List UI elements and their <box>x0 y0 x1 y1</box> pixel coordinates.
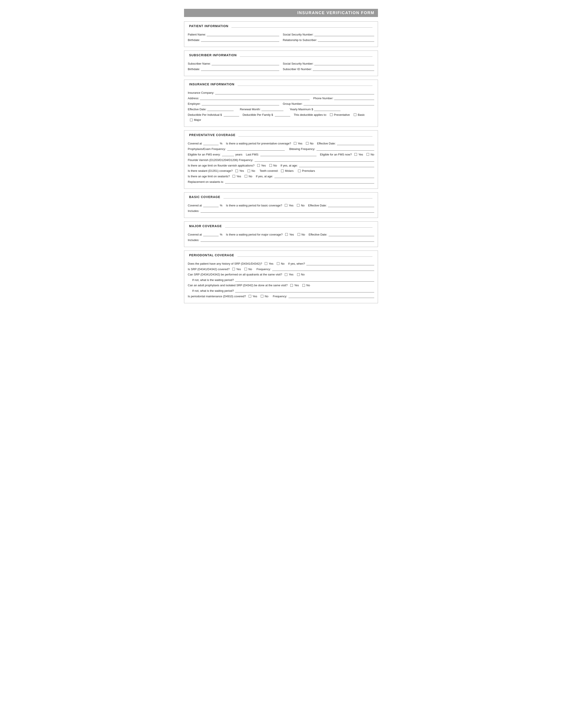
prev-covered-row: Covered at % Is there a waiting period f… <box>188 142 374 145</box>
perio-quad-waiting-input[interactable] <box>235 278 374 282</box>
prev-pct: % <box>220 142 223 145</box>
subscriber-id-input[interactable] <box>313 67 374 71</box>
perio-maintenance-no-checkbox[interactable] <box>261 295 264 298</box>
patient-name-label: Patient Name: <box>188 33 206 36</box>
perio-srp-covered-yes-checkbox[interactable] <box>232 268 235 270</box>
patient-ssn-label: Social Security Number: <box>283 33 313 36</box>
major-waiting-no-checkbox[interactable] <box>297 233 300 236</box>
prev-covered-input[interactable] <box>203 142 219 145</box>
perio-srp-freq-label: Frequency: <box>257 268 271 271</box>
major-waiting-yes-label: Yes <box>289 233 294 236</box>
perio-maintenance-freq-label: Frequency: <box>273 295 287 298</box>
deductible-family-input[interactable] <box>275 113 290 116</box>
prev-fms-now-no-checkbox[interactable] <box>366 153 369 156</box>
prev-replacement-input[interactable] <box>225 180 374 183</box>
effective-date-input[interactable] <box>207 107 234 111</box>
prev-waiting-yes-checkbox[interactable] <box>294 142 296 145</box>
subscriber-birthdate-input[interactable] <box>201 67 279 71</box>
prev-sealant-yes-checkbox[interactable] <box>236 170 238 172</box>
insurance-company-input[interactable] <box>215 91 374 94</box>
prev-fluoride-label: Flouride Varnish (D1203/D1204/D1206) Fre… <box>188 158 253 162</box>
major-includes-input[interactable] <box>201 238 374 242</box>
perio-srp-quad-no-checkbox[interactable] <box>297 273 300 276</box>
subscriber-birthdate-label: Birthdate: <box>188 67 200 71</box>
prev-fluoride-input[interactable] <box>255 158 374 162</box>
deductible-individual-input[interactable] <box>224 113 239 116</box>
subscriber-ssn-input[interactable] <box>314 62 374 65</box>
perio-srp-covered-no-checkbox[interactable] <box>245 268 247 270</box>
perio-prophy-waiting-input[interactable] <box>235 289 374 292</box>
basic-waiting-yes-checkbox[interactable] <box>285 204 287 207</box>
prev-sealant-age-input[interactable] <box>275 174 374 178</box>
basic-checkbox[interactable] <box>354 113 356 116</box>
perio-srp-quad-yes-checkbox[interactable] <box>285 273 287 276</box>
insurance-company-label: Insurance Company: <box>188 91 214 94</box>
yearly-max-input[interactable] <box>314 107 340 111</box>
prev-sealant-age-yes-checkbox[interactable] <box>233 175 235 178</box>
basic-includes-label: Includes: <box>188 209 199 213</box>
perio-srp-freq-input[interactable] <box>272 267 374 271</box>
patient-birthdate-input[interactable] <box>201 38 279 42</box>
insurance-company-row: Insurance Company: <box>188 91 374 94</box>
perio-srp-history-yes-checkbox[interactable] <box>265 262 267 265</box>
major-eff-date-input[interactable] <box>328 233 374 236</box>
patient-ssn-input[interactable] <box>314 33 374 36</box>
periodontal-coverage-section: PERIODONTAL COVERAGE Does the patient ha… <box>184 251 378 303</box>
patient-relationship-input[interactable] <box>318 38 374 42</box>
basic-eff-date-input[interactable] <box>328 204 374 207</box>
prev-eff-date-input[interactable] <box>337 142 374 145</box>
perio-srp-history-label: Does the patient have any history of SRP… <box>188 262 262 265</box>
prev-bitewing-input[interactable] <box>316 147 374 151</box>
prev-sealant-no-checkbox[interactable] <box>248 170 250 172</box>
insurance-employer-input[interactable] <box>202 102 279 105</box>
prev-teeth-covered-label: Teeth covered: <box>260 169 279 172</box>
patient-name-input[interactable] <box>207 33 279 36</box>
subscriber-section-title: SUBSCRIBER INFORMATION <box>188 53 238 57</box>
insurance-group-input[interactable] <box>303 102 374 105</box>
perio-maintenance-freq-input[interactable] <box>288 294 374 298</box>
perio-quad-waiting-label: If not, what is the waiting period? <box>192 278 234 282</box>
prev-fms-now-yes-checkbox[interactable] <box>354 153 357 156</box>
insurance-dates-row: Effective Date: Renewal Month: Yearly Ma… <box>188 107 374 111</box>
prev-fluoride-age-no-checkbox[interactable] <box>269 164 272 167</box>
prev-molars-label: Molars <box>285 169 293 172</box>
subscriber-information-section: SUBSCRIBER INFORMATION Subscriber Name: … <box>184 51 378 76</box>
deductible-individual-label: Deductible Per Individual $ <box>188 113 222 116</box>
prev-last-fms-input[interactable] <box>260 153 316 156</box>
renewal-month-input[interactable] <box>262 107 283 111</box>
major-covered-input[interactable] <box>203 233 219 236</box>
perio-adult-prophy-no-checkbox[interactable] <box>302 284 305 287</box>
perio-srp-history-yes-label: Yes <box>269 262 273 265</box>
prev-sealant-age-no-checkbox[interactable] <box>245 175 247 178</box>
major-checkbox[interactable] <box>190 119 193 121</box>
title-text: INSURANCE VERIFICATION FORM <box>297 11 374 15</box>
prev-fluoride-age-yes-checkbox[interactable] <box>257 164 260 167</box>
basic-covered-input[interactable] <box>203 204 219 207</box>
insurance-phone-label: Phone Number: <box>313 97 333 100</box>
insurance-address-input[interactable] <box>200 96 310 100</box>
basic-covered-row: Covered at % Is there a waiting period f… <box>188 204 374 207</box>
prev-prophy-input[interactable] <box>227 147 285 151</box>
subscriber-name-input[interactable] <box>212 62 279 65</box>
basic-includes-input[interactable] <box>201 209 374 213</box>
preventative-checkbox[interactable] <box>330 113 332 116</box>
prev-fluoride-age-input[interactable] <box>299 164 374 167</box>
prev-fms-now-no-label: No <box>370 153 374 156</box>
perio-adult-prophy-yes-checkbox[interactable] <box>290 284 293 287</box>
deductible-family-label: Deductible Per Family $ <box>243 113 273 116</box>
major-waiting-yes-checkbox[interactable] <box>285 233 288 236</box>
prev-waiting-no-checkbox[interactable] <box>306 142 308 145</box>
perio-maintenance-yes-checkbox[interactable] <box>249 295 251 298</box>
prev-molars-checkbox[interactable] <box>281 170 283 172</box>
prev-prophy-label: Prophylaxis/Exam Frequency: <box>188 147 226 151</box>
insurance-deductible-row: Deductible Per Individual $ Deductible P… <box>188 113 374 122</box>
prev-fms-years-input[interactable] <box>222 153 234 156</box>
prev-premolars-checkbox[interactable] <box>298 170 300 172</box>
prev-sealant-age-if-yes-label: If yes, at age: <box>256 175 273 178</box>
perio-srp-history-when-input[interactable] <box>306 262 374 265</box>
insurance-address-label: Address: <box>188 97 199 100</box>
perio-adult-prophy-label: Can an adult prophylaxis and isolated SR… <box>188 284 287 287</box>
insurance-phone-input[interactable] <box>334 96 374 100</box>
basic-waiting-no-checkbox[interactable] <box>297 204 299 207</box>
perio-srp-history-no-checkbox[interactable] <box>277 262 280 265</box>
